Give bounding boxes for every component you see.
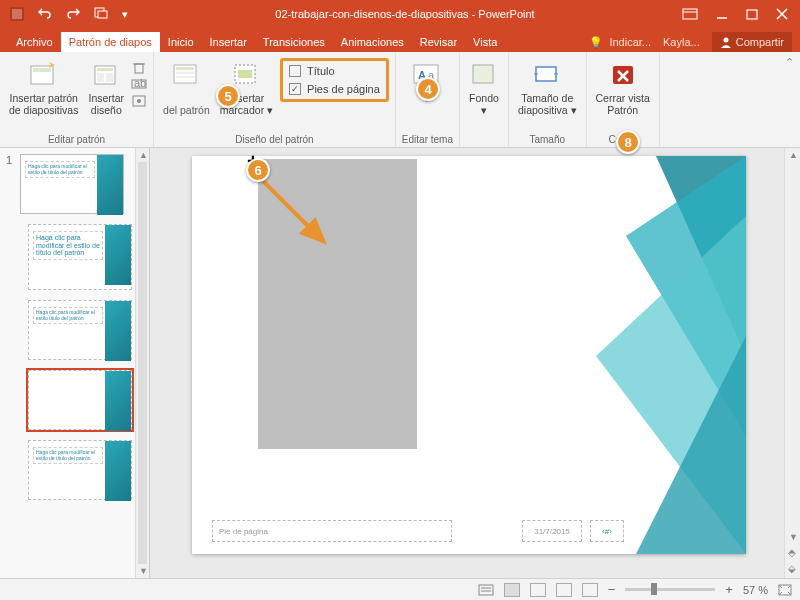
close-icon[interactable] (776, 8, 788, 20)
redo-icon[interactable] (66, 7, 80, 21)
callout-4: 4 (416, 77, 440, 101)
slide-size-button[interactable]: Tamaño de diapositiva ▾ (515, 58, 580, 118)
svg-rect-10 (33, 68, 51, 72)
preserve-icon[interactable] (131, 94, 147, 108)
number-placeholder[interactable]: ‹#› (590, 520, 624, 542)
svg-rect-26 (238, 70, 252, 78)
svg-rect-14 (106, 73, 113, 82)
svg-rect-30 (473, 65, 493, 83)
footer-checkbox[interactable]: ✓ (289, 83, 301, 95)
delete-icon[interactable] (131, 60, 147, 74)
background-icon (469, 60, 499, 90)
insert-master-button[interactable]: Insertar patrón de diapositivas (6, 58, 81, 118)
layout-thumbnail[interactable]: Haga clic para modificar el estilo de tí… (28, 440, 132, 500)
share-button[interactable]: Compartir (712, 32, 792, 52)
slide-size-icon (532, 60, 562, 90)
fit-icon[interactable] (778, 584, 792, 596)
user-name[interactable]: Kayla... (657, 36, 706, 48)
svg-text:ab: ab (134, 77, 146, 89)
tab-revisar[interactable]: Revisar (412, 32, 465, 52)
svg-point-20 (137, 99, 141, 103)
slide-graphic (596, 156, 746, 554)
reading-view-icon[interactable] (556, 583, 572, 597)
svg-rect-23 (176, 72, 194, 74)
zoom-slider[interactable] (625, 588, 715, 591)
date-placeholder[interactable]: 31/7/2015 (522, 520, 582, 542)
master-layout-button[interactable]: del patrón (160, 58, 213, 118)
start-icon[interactable] (94, 7, 108, 21)
title-checkbox[interactable] (289, 65, 301, 77)
group-edit-master: Editar patrón (48, 132, 105, 147)
close-master-icon (608, 60, 638, 90)
close-master-button[interactable]: Cerrar vista Patrón (593, 58, 653, 118)
svg-rect-24 (176, 76, 194, 78)
window-title: 02-trabajar-con-disenos-de-diapositivas … (128, 8, 682, 20)
tab-animaciones[interactable]: Animaciones (333, 32, 412, 52)
rename-icon[interactable]: ab (131, 77, 147, 91)
layout-thumbnail[interactable]: Haga clic para modificar el estilo de tí… (28, 224, 132, 290)
slide-canvas[interactable]: + Pie de página 31/7/2015 ‹#› 6 (150, 148, 784, 578)
layout-icon (91, 60, 121, 90)
background-button[interactable]: Fondo▾ (466, 58, 502, 118)
notes-icon[interactable] (478, 584, 494, 596)
placeholder-icon (231, 60, 261, 90)
collapse-ribbon-icon[interactable]: ⌃ (785, 56, 794, 69)
svg-rect-7 (747, 10, 757, 19)
slide-master-icon (29, 60, 59, 90)
callout-5: 5 (216, 84, 240, 108)
insert-layout-button[interactable]: Insertar diseño (85, 58, 127, 118)
group-size: Tamaño (529, 132, 565, 147)
tab-archivo[interactable]: Archivo (8, 32, 61, 52)
svg-line-39 (262, 180, 324, 242)
footer-placeholder[interactable]: Pie de página (212, 520, 452, 542)
tab-insertar[interactable]: Insertar (202, 32, 255, 52)
zoom-in-icon[interactable]: + (725, 582, 733, 597)
minimize-icon[interactable] (716, 8, 728, 20)
svg-rect-3 (98, 11, 107, 18)
slide-number: 1 (0, 148, 18, 578)
person-icon (720, 36, 732, 48)
tell-me[interactable]: Indicar... (609, 36, 651, 48)
vertical-scrollbar[interactable]: ▲ ▼ ⬘ ⬙ (784, 148, 800, 578)
svg-rect-15 (135, 64, 143, 73)
tell-me-icon: 💡 (589, 36, 603, 49)
master-thumbnail[interactable]: Haga clic para modificar el estilo de tí… (20, 154, 124, 214)
footer-label: Pies de página (307, 83, 380, 95)
title-footer-group: Título ✓Pies de página (280, 58, 389, 102)
ribbon-options-icon[interactable] (682, 8, 698, 20)
tab-patron[interactable]: Patrón de diapos (61, 32, 160, 52)
arrow-icon (254, 172, 344, 262)
group-master-layout: Diseño del patrón (235, 132, 313, 147)
svg-rect-31 (536, 67, 556, 81)
svg-rect-22 (176, 67, 194, 70)
tab-transiciones[interactable]: Transiciones (255, 32, 333, 52)
tab-vista[interactable]: Vista (465, 32, 505, 52)
svg-rect-4 (683, 9, 697, 19)
zoom-out-icon[interactable]: − (608, 582, 616, 597)
tab-inicio[interactable]: Inicio (160, 32, 202, 52)
thumbnail-scrollbar[interactable]: ▲ ▼ (135, 148, 149, 578)
normal-view-icon[interactable] (504, 583, 520, 597)
layout-thumbnail[interactable]: Haga clic para modificar el estilo títul… (28, 300, 132, 360)
master-layout-icon (171, 60, 201, 90)
svg-rect-13 (97, 73, 104, 82)
svg-rect-40 (479, 585, 493, 595)
layout-thumbnail-selected[interactable] (28, 370, 132, 430)
svg-point-8 (723, 38, 728, 43)
sorter-view-icon[interactable] (530, 583, 546, 597)
group-edit-theme: Editar tema (402, 132, 453, 147)
title-label: Título (307, 65, 335, 77)
callout-8: 8 (616, 130, 640, 154)
slideshow-view-icon[interactable] (582, 583, 598, 597)
thumbnail-panel: Haga clic para modificar el estilo de tí… (18, 148, 135, 578)
maximize-icon[interactable] (746, 8, 758, 20)
callout-6: 6 (246, 158, 270, 182)
svg-rect-1 (12, 9, 22, 19)
undo-icon[interactable] (38, 7, 52, 21)
zoom-level[interactable]: 57 % (743, 584, 768, 596)
app-icon (10, 7, 24, 21)
svg-rect-12 (97, 68, 113, 71)
